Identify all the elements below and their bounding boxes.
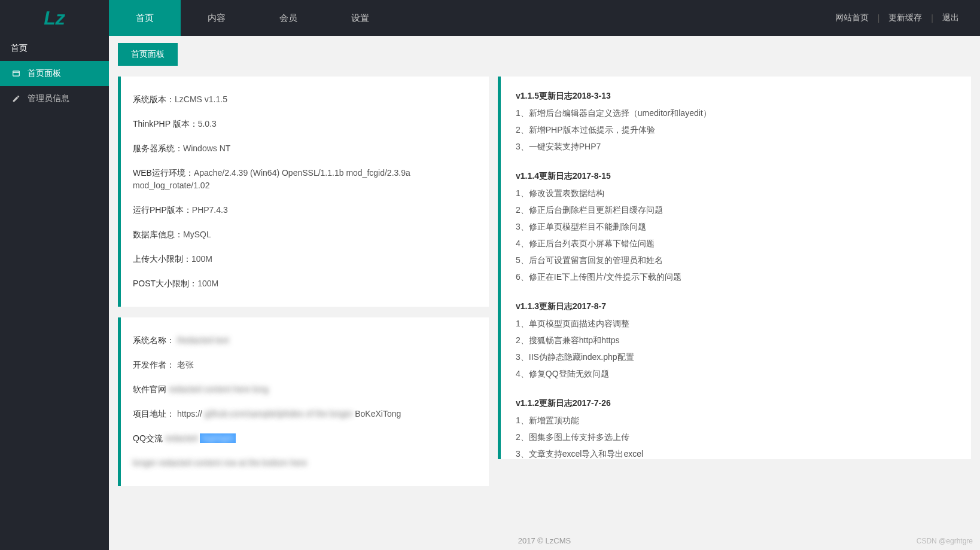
panel-icon bbox=[11, 69, 22, 78]
changelog-item: 6、修正在IE下上传图片/文件提示下载的问题 bbox=[516, 269, 956, 286]
changelog-item: 3、文章支持excel导入和导出excel bbox=[516, 446, 956, 459]
changelog-item: 1、新增后台编辑器自定义选择（umeditor和layedit） bbox=[516, 105, 956, 122]
edit-icon bbox=[11, 94, 22, 103]
info-row: ThinkPHP 版本：5.0.3 bbox=[133, 112, 477, 136]
changelog-block: v1.1.3更新日志2017-8-71、单页模型页面描述内容调整2、搜狐畅言兼容… bbox=[516, 298, 956, 383]
nav-home[interactable]: 首页 bbox=[109, 0, 181, 36]
left-column: 系统版本：LzCMS v1.1.5 ThinkPHP 版本：5.0.3 服务器系… bbox=[118, 77, 489, 521]
changelog-title: v1.1.4更新日志2017-8-15 bbox=[516, 167, 956, 185]
redacted-text: Redacted text bbox=[177, 335, 229, 345]
changelog-item: 2、新增PHP版本过低提示，提升体验 bbox=[516, 122, 956, 139]
logo-text: Lz bbox=[44, 7, 65, 29]
changelog-item: 3、IIS伪静态隐藏index.php配置 bbox=[516, 349, 956, 366]
sidebar-title: 首页 bbox=[0, 36, 109, 61]
info-row: QQ交流 redacted highlight bbox=[133, 426, 477, 451]
info-row: longer redacted content row at the botto… bbox=[133, 451, 477, 475]
watermark: CSDN @egrhtgre bbox=[917, 537, 973, 545]
changelog-item: 2、搜狐畅言兼容http和https bbox=[516, 332, 956, 349]
sidebar-item-dashboard[interactable]: 首页面板 bbox=[0, 61, 109, 86]
changelog-item: 5、后台可设置留言回复的管理员和姓名 bbox=[516, 252, 956, 269]
system-info-card: 系统版本：LzCMS v1.1.5 ThinkPHP 版本：5.0.3 服务器系… bbox=[118, 77, 489, 307]
top-nav: 首页 内容 会员 设置 bbox=[109, 0, 396, 36]
svg-rect-0 bbox=[13, 71, 20, 76]
sidebar: 首页 首页面板 管理员信息 bbox=[0, 36, 109, 550]
info-row: WEB运行环境：Apache/2.4.39 (Win64) OpenSSL/1.… bbox=[133, 161, 477, 198]
changelog-item: 4、修正后台列表页小屏幕下错位问题 bbox=[516, 236, 956, 252]
tab-dashboard[interactable]: 首页面板 bbox=[118, 43, 178, 66]
redacted-highlight: highlight bbox=[200, 433, 236, 443]
changelog-item: 1、新增置顶功能 bbox=[516, 412, 956, 429]
changelog-item: 1、单页模型页面描述内容调整 bbox=[516, 316, 956, 332]
changelog-item: 3、一键安装支持PHP7 bbox=[516, 139, 956, 155]
main: 首页 首页面板 管理员信息 首页面板 系统版本：LzCMS v1.1.5 Thi… bbox=[0, 36, 980, 550]
changelog-block: v1.1.4更新日志2017-8-151、修改设置表数据结构2、修正后台删除栏目… bbox=[516, 167, 956, 286]
footer: 2017 © LzCMS bbox=[109, 536, 980, 545]
right-column: v1.1.5更新日志2018-3-131、新增后台编辑器自定义选择（umedit… bbox=[498, 77, 971, 521]
nav-content[interactable]: 内容 bbox=[181, 0, 252, 36]
two-column-layout: 系统版本：LzCMS v1.1.5 ThinkPHP 版本：5.0.3 服务器系… bbox=[118, 77, 971, 521]
sidebar-item-admin-info[interactable]: 管理员信息 bbox=[0, 86, 109, 111]
logo[interactable]: Lz bbox=[0, 0, 109, 36]
changelog-block: v1.1.5更新日志2018-3-131、新增后台编辑器自定义选择（umedit… bbox=[516, 87, 956, 155]
redacted-text: github.com/sample/iphides of the longer bbox=[205, 409, 352, 418]
redacted-text: longer redacted content row at the botto… bbox=[133, 458, 307, 468]
link-logout[interactable]: 退出 bbox=[933, 13, 968, 23]
info-row: POST大小限制：100M bbox=[133, 271, 477, 296]
info-row: 系统版本：LzCMS v1.1.5 bbox=[133, 87, 477, 112]
changelog-item: 3、修正单页模型栏目不能删除问题 bbox=[516, 219, 956, 236]
info-row: 数据库信息：MySQL bbox=[133, 222, 477, 247]
changelog-title: v1.1.3更新日志2017-8-7 bbox=[516, 298, 956, 316]
about-card: 系统名称： Redacted text 开发作者： 老张 软件官网 redact… bbox=[118, 317, 489, 486]
info-row: 上传大小限制：100M bbox=[133, 247, 477, 271]
info-row: 软件官网 redacted content here long bbox=[133, 377, 477, 402]
changelog-title: v1.1.5更新日志2018-3-13 bbox=[516, 87, 956, 105]
link-site-home[interactable]: 网站首页 bbox=[826, 13, 878, 23]
nav-settings[interactable]: 设置 bbox=[324, 0, 396, 36]
changelog-card: v1.1.5更新日志2018-3-131、新增后台编辑器自定义选择（umedit… bbox=[498, 77, 971, 459]
changelog-item: 2、图集多图上传支持多选上传 bbox=[516, 429, 956, 446]
content-area: 首页面板 系统版本：LzCMS v1.1.5 ThinkPHP 版本：5.0.3… bbox=[109, 36, 980, 550]
changelog-item: 1、修改设置表数据结构 bbox=[516, 185, 956, 202]
changelog-block: v1.1.2更新日志2017-7-261、新增置顶功能2、图集多图上传支持多选上… bbox=[516, 395, 956, 459]
sidebar-item-label: 首页面板 bbox=[28, 68, 61, 79]
info-row: 服务器系统：Windows NT bbox=[133, 136, 477, 161]
info-row: 开发作者： 老张 bbox=[133, 353, 477, 377]
redacted-text: redacted content here long bbox=[169, 384, 269, 394]
top-bar: Lz 首页 内容 会员 设置 网站首页 | 更新缓存 | 退出 bbox=[0, 0, 980, 36]
redacted-text: redacted bbox=[165, 433, 200, 443]
nav-member[interactable]: 会员 bbox=[252, 0, 324, 36]
link-refresh-cache[interactable]: 更新缓存 bbox=[879, 13, 931, 23]
info-row: 项目地址： https:// github.com/sample/iphides… bbox=[133, 402, 477, 426]
info-row: 运行PHP版本：PHP7.4.3 bbox=[133, 198, 477, 222]
changelog-item: 2、修正后台删除栏目更新栏目缓存问题 bbox=[516, 202, 956, 219]
sidebar-item-label: 管理员信息 bbox=[28, 93, 69, 104]
changelog-item: 4、修复QQ登陆无效问题 bbox=[516, 366, 956, 383]
info-row: 系统名称： Redacted text bbox=[133, 328, 477, 353]
top-right: 网站首页 | 更新缓存 | 退出 bbox=[826, 0, 980, 36]
changelog-title: v1.1.2更新日志2017-7-26 bbox=[516, 395, 956, 412]
